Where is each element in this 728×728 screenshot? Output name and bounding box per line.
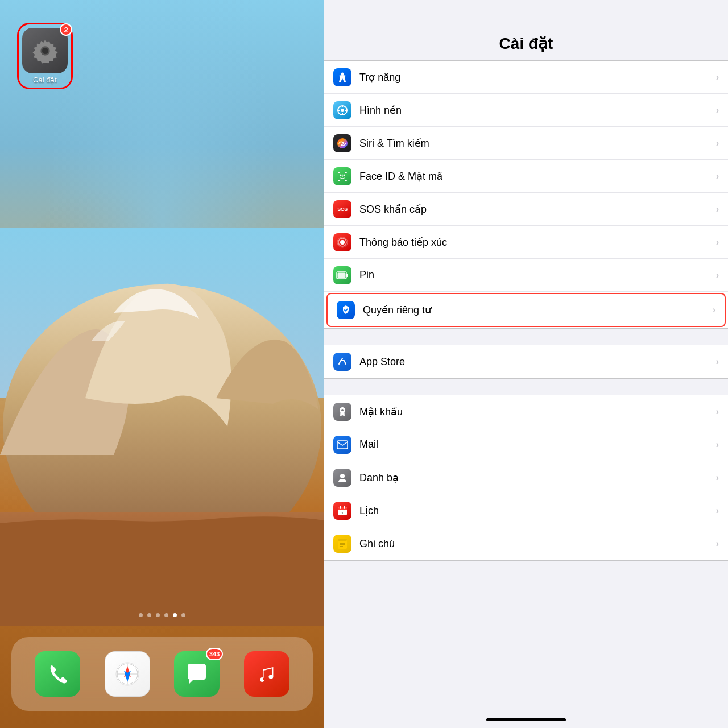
dot-3 xyxy=(156,613,160,617)
svg-point-24 xyxy=(340,174,342,176)
messages-icon xyxy=(184,661,209,686)
siri-chevron: › xyxy=(716,138,719,148)
privacy-icon xyxy=(337,301,355,319)
exposure-icon xyxy=(333,233,351,251)
dot-4 xyxy=(164,613,168,617)
music-icon xyxy=(254,661,279,686)
battery-icon xyxy=(333,266,351,284)
settings-badge: 2 xyxy=(60,23,72,36)
settings-row-accessibility[interactable]: Trợ năng › xyxy=(324,61,728,94)
accessibility-label: Trợ năng xyxy=(359,71,716,84)
settings-row-wallpaper[interactable]: Hình nền › xyxy=(324,94,728,127)
sos-label: SOS khẩn cấp xyxy=(359,203,716,216)
dot-1 xyxy=(139,613,143,617)
settings-row-contacts[interactable]: Danh bạ › xyxy=(324,461,728,494)
settings-row-privacy[interactable]: Quyền riêng tư › xyxy=(326,293,726,327)
svg-rect-23 xyxy=(345,180,347,181)
siri-label: Siri & Tìm kiếm xyxy=(359,137,716,150)
wallpaper-chevron: › xyxy=(716,105,719,115)
notes-chevron: › xyxy=(716,539,719,549)
settings-group-3: Mật khẩu › Mail › Danh bạ › xyxy=(324,395,728,561)
sos-icon: SOS xyxy=(333,200,351,218)
wallpaper-icon xyxy=(333,101,351,119)
faceid-icon xyxy=(333,167,351,185)
settings-row-calendar[interactable]: 1 Lịch › xyxy=(324,494,728,527)
safari-icon xyxy=(114,660,141,688)
dock-phone-icon[interactable] xyxy=(35,651,80,697)
page-dots xyxy=(0,613,324,617)
settings-row-sos[interactable]: SOS SOS khẩn cấp › xyxy=(324,193,728,226)
sos-chevron: › xyxy=(716,204,719,214)
mail-chevron: › xyxy=(716,440,719,450)
appstore-icon xyxy=(333,353,351,371)
svg-point-14 xyxy=(341,109,344,112)
settings-row-password[interactable]: Mật khẩu › xyxy=(324,395,728,428)
battery-chevron: › xyxy=(716,270,719,280)
svg-point-27 xyxy=(340,240,345,245)
notes-icon xyxy=(333,535,351,553)
svg-rect-20 xyxy=(338,172,340,173)
svg-point-5 xyxy=(42,48,48,54)
dot-5 xyxy=(173,613,177,617)
settings-app-icon-container[interactable]: 2 Cài đặt xyxy=(17,23,73,89)
settings-row-notes[interactable]: Ghi chú › xyxy=(324,527,728,560)
messages-badge: 343 xyxy=(206,648,223,660)
password-icon xyxy=(333,403,351,421)
wallpaper-label: Hình nền xyxy=(359,104,716,117)
settings-group-2: App Store › xyxy=(324,345,728,379)
settings-row-siri[interactable]: Siri & Tìm kiếm › xyxy=(324,127,728,160)
settings-row-faceid[interactable]: Face ID & Mật mã › xyxy=(324,160,728,193)
dock-safari-icon[interactable] xyxy=(105,651,150,697)
settings-row-exposure[interactable]: Thông báo tiếp xúc › xyxy=(324,226,728,259)
gear-icon xyxy=(30,35,61,67)
privacy-label: Quyền riêng tư xyxy=(363,304,713,316)
notes-label: Ghi chú xyxy=(359,538,716,550)
contacts-chevron: › xyxy=(716,473,719,483)
battery-label: Pin xyxy=(359,269,716,281)
mail-icon xyxy=(333,436,351,454)
dock-music-icon[interactable] xyxy=(244,651,289,697)
svg-rect-37 xyxy=(338,509,347,510)
settings-row-appstore[interactable]: App Store › xyxy=(324,345,728,378)
home-indicator xyxy=(486,718,566,721)
calendar-chevron: › xyxy=(716,506,719,516)
settings-app-label: Cài đặt xyxy=(33,76,57,84)
dot-6 xyxy=(181,613,185,617)
svg-point-25 xyxy=(344,174,345,176)
iphone-homescreen: 2 Cài đặt xyxy=(0,0,324,728)
settings-row-battery[interactable]: Pin › xyxy=(324,259,728,292)
faceid-label: Face ID & Mật mã xyxy=(359,170,716,183)
settings-list: Trợ năng › Hình nền › Siri & Tìm kiếm › xyxy=(324,60,728,714)
dock-messages-icon[interactable]: 343 xyxy=(174,651,220,697)
svg-point-34 xyxy=(340,474,345,478)
settings-app-icon[interactable]: 2 xyxy=(22,28,68,73)
accessibility-icon xyxy=(333,68,351,86)
contacts-label: Danh bạ xyxy=(359,471,716,484)
dock: 343 xyxy=(11,637,313,711)
siri-icon xyxy=(333,134,351,152)
settings-group-1: Trợ năng › Hình nền › Siri & Tìm kiếm › xyxy=(324,60,728,329)
settings-title: Cài đặt xyxy=(336,34,717,53)
calendar-label: Lịch xyxy=(359,504,716,517)
svg-rect-32 xyxy=(338,272,346,278)
privacy-chevron: › xyxy=(713,305,715,315)
exposure-label: Thông báo tiếp xúc xyxy=(359,236,716,249)
dot-2 xyxy=(147,613,151,617)
mail-label: Mail xyxy=(359,439,716,450)
svg-point-12 xyxy=(341,72,344,75)
settings-header: Cài đặt xyxy=(324,0,728,60)
svg-rect-31 xyxy=(346,274,348,277)
appstore-label: App Store xyxy=(359,356,716,368)
password-chevron: › xyxy=(716,407,719,417)
phone-icon xyxy=(45,661,70,686)
settings-row-mail[interactable]: Mail › xyxy=(324,428,728,461)
svg-rect-42 xyxy=(338,539,347,541)
exposure-chevron: › xyxy=(716,237,719,247)
calendar-icon: 1 xyxy=(333,502,351,520)
accessibility-chevron: › xyxy=(716,72,719,82)
svg-rect-22 xyxy=(338,180,340,181)
svg-rect-33 xyxy=(337,441,348,449)
faceid-chevron: › xyxy=(716,171,719,181)
password-label: Mật khẩu xyxy=(359,406,716,418)
contacts-icon xyxy=(333,469,351,487)
